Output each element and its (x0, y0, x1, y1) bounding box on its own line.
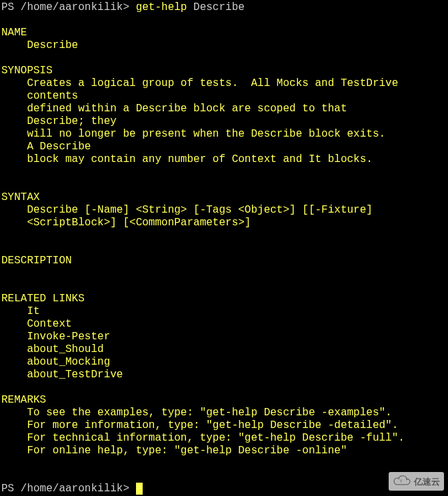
related-link: It (1, 305, 40, 317)
remarks-line: For technical information, type: "get-he… (1, 432, 405, 444)
prompt-prefix: PS /home/aaronkilik> (1, 483, 136, 495)
syntax-header: SYNTAX (1, 191, 40, 203)
synopsis-header: SYNOPSIS (1, 65, 53, 77)
synopsis-line: contents (1, 90, 78, 102)
watermark: Y 亿速云 (389, 472, 444, 491)
synopsis-line: block may contain any number of Context … (1, 153, 373, 165)
description-header: DESCRIPTION (1, 255, 72, 267)
remarks-header: REMARKS (1, 394, 46, 406)
remarks-line: To see the examples, type: "get-help Des… (1, 407, 392, 419)
related-link: Invoke-Pester (1, 331, 110, 343)
command-cmdlet: get-help (136, 1, 193, 13)
related-link: about_Mocking (1, 356, 110, 368)
syntax-line: <ScriptBlock>] [<CommonParameters>] (1, 217, 251, 229)
remarks-line: For more information, type: "get-help De… (1, 419, 398, 431)
synopsis-line: Describe; they (1, 115, 117, 127)
related-link: about_Should (1, 343, 104, 355)
synopsis-line: A Describe (1, 141, 91, 153)
watermark-text: 亿速云 (414, 475, 440, 488)
name-value: Describe (1, 39, 78, 51)
related-link: about_TestDrive (1, 369, 123, 381)
prompt-line-2[interactable]: PS /home/aaronkilik> (1, 483, 143, 495)
svg-text:Y: Y (400, 479, 403, 483)
name-header: NAME (1, 27, 27, 39)
command-arg: Describe (193, 1, 245, 13)
syntax-line: Describe [-Name] <String> [-Tags <Object… (1, 204, 379, 216)
cloud-icon: Y (393, 475, 411, 488)
related-header: RELATED LINKS (1, 293, 85, 305)
terminal-output[interactable]: PS /home/aaronkilik> get-help Describe N… (0, 0, 448, 496)
prompt-line-1: PS /home/aaronkilik> get-help Describe (1, 1, 245, 13)
synopsis-line: defined within a Describe block are scop… (1, 103, 353, 115)
synopsis-line: will no longer be present when the Descr… (1, 128, 398, 140)
related-link: Context (1, 318, 72, 330)
synopsis-line: Creates a logical group of tests. All Mo… (1, 77, 405, 89)
remarks-line: For online help, type: "get-help Describ… (1, 445, 347, 457)
cursor (136, 483, 143, 495)
prompt-prefix: PS /home/aaronkilik> (1, 1, 136, 13)
